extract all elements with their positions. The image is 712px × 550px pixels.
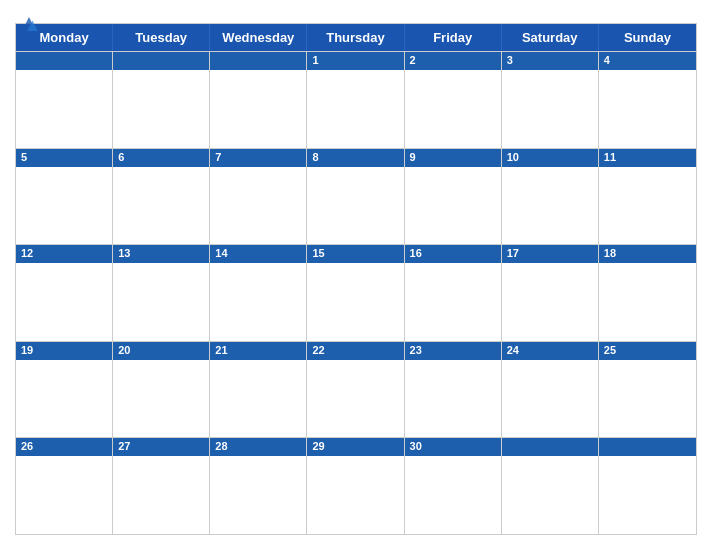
day-cell: 22 [307, 342, 404, 438]
week-row-4: 19202122232425 [16, 341, 696, 438]
day-cell: 12 [16, 245, 113, 341]
day-headers-row: MondayTuesdayWednesdayThursdayFridaySatu… [16, 24, 696, 51]
week-row-3: 12131415161718 [16, 244, 696, 341]
day-cell: 24 [502, 342, 599, 438]
day-cell: 9 [405, 149, 502, 245]
day-cell: 13 [113, 245, 210, 341]
day-cell: 30 [405, 438, 502, 534]
day-cell: 17 [502, 245, 599, 341]
day-cell: 18 [599, 245, 696, 341]
day-header-friday: Friday [405, 24, 502, 51]
day-header-wednesday: Wednesday [210, 24, 307, 51]
day-cell: 2 [405, 52, 502, 148]
day-cell: 23 [405, 342, 502, 438]
day-cell: 28 [210, 438, 307, 534]
day-cell: 15 [307, 245, 404, 341]
day-cell: 16 [405, 245, 502, 341]
day-cell: 25 [599, 342, 696, 438]
week-row-1: 1234 [16, 51, 696, 148]
day-cell [16, 52, 113, 148]
day-cell: 6 [113, 149, 210, 245]
day-cell: 8 [307, 149, 404, 245]
day-cell: 19 [16, 342, 113, 438]
day-cell: 10 [502, 149, 599, 245]
day-header-tuesday: Tuesday [113, 24, 210, 51]
day-cell: 26 [16, 438, 113, 534]
day-cell: 4 [599, 52, 696, 148]
day-cell [113, 52, 210, 148]
calendar-header [15, 10, 697, 23]
calendar-grid: MondayTuesdayWednesdayThursdayFridaySatu… [15, 23, 697, 535]
day-cell: 1 [307, 52, 404, 148]
day-cell [210, 52, 307, 148]
day-header-thursday: Thursday [307, 24, 404, 51]
day-cell [599, 438, 696, 534]
week-row-2: 567891011 [16, 148, 696, 245]
week-row-5: 2627282930 [16, 437, 696, 534]
logo-area [15, 10, 47, 38]
weeks-container: 1234567891011121314151617181920212223242… [16, 51, 696, 534]
day-cell: 7 [210, 149, 307, 245]
day-header-saturday: Saturday [502, 24, 599, 51]
day-cell: 29 [307, 438, 404, 534]
day-cell: 5 [16, 149, 113, 245]
day-cell [502, 438, 599, 534]
day-cell: 3 [502, 52, 599, 148]
day-cell: 20 [113, 342, 210, 438]
day-header-sunday: Sunday [599, 24, 696, 51]
calendar-container: MondayTuesdayWednesdayThursdayFridaySatu… [0, 0, 712, 550]
generalblue-logo-icon [15, 10, 43, 38]
day-cell: 11 [599, 149, 696, 245]
day-cell: 21 [210, 342, 307, 438]
day-cell: 14 [210, 245, 307, 341]
day-cell: 27 [113, 438, 210, 534]
